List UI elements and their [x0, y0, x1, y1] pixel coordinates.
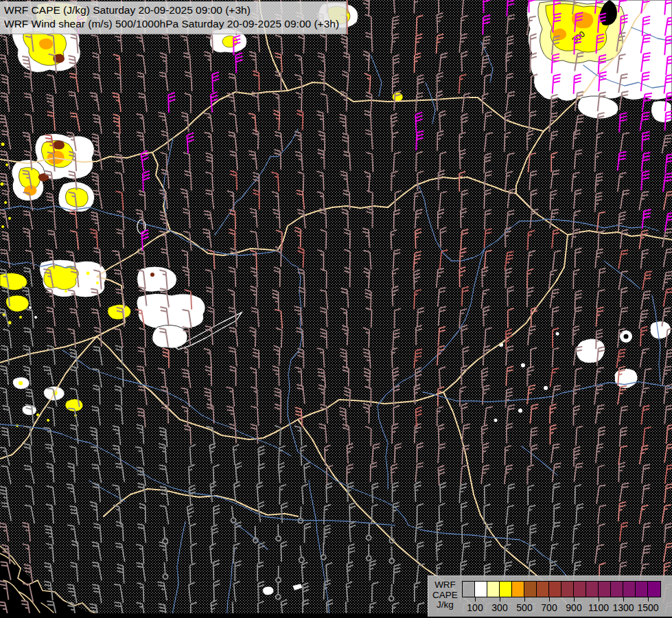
legend-color-box [648, 582, 660, 597]
legend-tick-label: 500 [516, 602, 532, 613]
legend-color-box [537, 582, 549, 597]
legend-color-box [500, 582, 512, 597]
legend-tick-label: 100 [467, 602, 483, 613]
map-title-overlay: WRF CAPE (J/kg) Saturday 20-09-2025 09:0… [0, 1, 347, 34]
legend-color-box [599, 582, 611, 597]
legend-color-boxes [462, 581, 661, 597]
legend-tick-label: 1100 [588, 602, 609, 613]
legend-color-box [512, 582, 524, 597]
legend-color-box [487, 582, 500, 597]
legend-tick-mark [599, 597, 599, 602]
legend-tick-mark [574, 597, 575, 602]
legend-unit-label: J/kg [428, 600, 462, 610]
legend-color-box [611, 582, 623, 597]
legend-color-box [574, 582, 586, 597]
legend-tick-mark [475, 597, 476, 602]
legend-tick-mark [648, 597, 649, 602]
legend-tick-label: 900 [566, 602, 581, 613]
legend-color-box [561, 582, 574, 597]
legend-color-box [549, 582, 561, 597]
legend-color-box [524, 582, 537, 597]
legend-tick-mark [524, 597, 525, 602]
legend-color-box [463, 582, 475, 597]
legend-tick-label: 1300 [612, 602, 634, 613]
legend-color-box [636, 582, 648, 597]
legend-tick-label: 700 [541, 602, 557, 613]
title-line-cape: WRF CAPE (J/kg) Saturday 20-09-2025 09:0… [4, 3, 339, 17]
legend-color-box [475, 582, 487, 597]
legend-tick-mark [500, 597, 500, 602]
legend-color-box [623, 582, 636, 597]
legend-tick-label: 300 [491, 602, 507, 613]
map-canvas: 300 [0, 0, 672, 618]
legend-tick-mark [549, 597, 550, 602]
legend-model-label: WRF [428, 580, 462, 591]
cape-legend: WRF CAPE J/kg 10030050070090011001300150… [428, 575, 672, 617]
legend-variable-label: CAPE [428, 591, 462, 601]
legend-tick-label: 1500 [637, 602, 658, 613]
legend-color-box [586, 582, 599, 597]
title-line-shear: WRF Wind shear (m/s) 500/1000hPa Saturda… [4, 17, 339, 31]
legend-colorbar: 100300500700900110013001500 [462, 581, 661, 617]
legend-labels: WRF CAPE J/kg [428, 576, 462, 617]
legend-tick-mark [623, 597, 624, 602]
weather-map: 300 WRF CAPE (J/kg) Saturday 20-09-2025 … [0, 0, 672, 618]
